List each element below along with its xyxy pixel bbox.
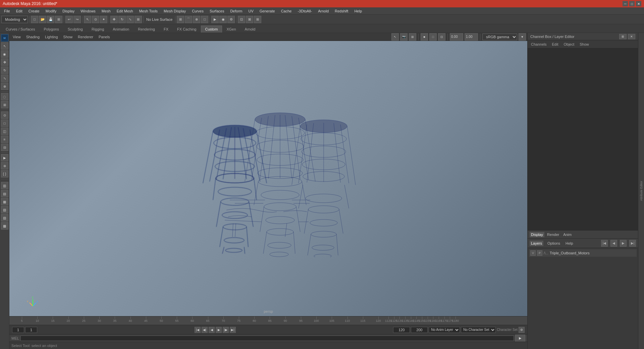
workspace-dropdown[interactable]: Modeling (1, 16, 28, 23)
cb-tab-object[interactable]: Object (562, 42, 576, 47)
no-anim-layer-select[interactable]: No Anim Layer (429, 327, 460, 333)
prev-frame-btn[interactable]: ◀| (202, 327, 208, 333)
scale-tool-btn[interactable]: ⤡ (126, 16, 134, 23)
undo-btn[interactable]: ↩ (65, 16, 73, 23)
mel-run-btn[interactable]: ▶ (515, 335, 525, 342)
close-btn[interactable]: ✕ (636, 1, 641, 6)
anim-end-input[interactable] (411, 327, 428, 333)
script-editor-btn[interactable]: { } (1, 170, 8, 178)
tool-settings-btn[interactable]: ⊙ (1, 111, 8, 119)
cb-tab-show[interactable]: Show (578, 42, 590, 47)
menu-display[interactable]: Display (60, 8, 77, 14)
menu-3dtoall[interactable]: -3DtoAll- (295, 8, 315, 14)
vp-menu-panels[interactable]: Panels (97, 34, 112, 40)
vp-menu-shading[interactable]: Shading (24, 34, 42, 40)
vp-frame-btn[interactable]: ⊞ (409, 33, 416, 41)
anim-start-input[interactable] (393, 327, 410, 333)
tab-custom[interactable]: Custom (201, 26, 222, 33)
menu-modify[interactable]: Modify (43, 8, 59, 14)
scale-btn[interactable]: ⤡ (1, 74, 8, 82)
menu-deform[interactable]: Deform (227, 8, 245, 14)
vis-mode-3[interactable]: ⊞ (254, 16, 261, 23)
play-fwd-btn[interactable]: ▶ (216, 327, 222, 333)
group4-btn[interactable]: ▧ (1, 206, 8, 213)
vp-menu-view[interactable]: View (11, 34, 23, 40)
vp-menu-lighting[interactable]: Lighting (43, 34, 60, 40)
render-view-btn[interactable]: ▶ (1, 154, 8, 161)
vp-menu-renderer[interactable]: Renderer (76, 34, 95, 40)
redo-btn[interactable]: ↪ (73, 16, 81, 23)
rotate-btn[interactable]: ↻ (1, 66, 8, 74)
vp-value1[interactable] (450, 33, 463, 41)
menu-mesh[interactable]: Mesh (99, 8, 113, 14)
new-scene-btn[interactable]: □ (31, 16, 38, 23)
menu-cache[interactable]: Cache (278, 8, 294, 14)
universal-manip-btn[interactable]: ⊕ (1, 83, 8, 90)
history-btn[interactable]: ◫ (1, 128, 8, 135)
layer-tab-options[interactable]: Options (546, 241, 561, 246)
vp-menu-show[interactable]: Show (61, 34, 75, 40)
render-settings-btn[interactable]: ⚙ (227, 16, 235, 23)
command-input[interactable] (20, 336, 514, 341)
layer-next-btn[interactable]: ▶ (620, 240, 627, 247)
layer-prev-prev-btn[interactable]: |◀ (601, 240, 608, 247)
menu-generate[interactable]: Generate (257, 8, 278, 14)
vp-colorspace-btn[interactable]: ▼ (519, 33, 526, 41)
group3-btn[interactable]: ▦ (1, 198, 8, 205)
vp-colorspace[interactable]: sRGB gamma (482, 34, 517, 40)
viewport-3d[interactable]: X Y Z persp (9, 41, 527, 316)
playback-settings-btn[interactable]: ⚙ (519, 327, 525, 333)
tab-rendering[interactable]: Rendering (133, 26, 159, 33)
snap-curve-btn[interactable]: ⌒ (185, 16, 192, 23)
tab-fx-caching[interactable]: FX Caching (173, 26, 201, 33)
tab-rigging[interactable]: Rigging (87, 26, 108, 33)
tab-arnold-tab[interactable]: Arnold (240, 26, 260, 33)
vp-value2[interactable] (465, 33, 478, 41)
timeline-ruler[interactable]: 5101520253035404550556065707580859095100… (9, 316, 527, 325)
vp-select-btn[interactable]: ↖ (391, 33, 399, 41)
transform-tool-btn[interactable]: ⊞ (135, 16, 142, 23)
tab-xgen[interactable]: XGen (222, 26, 240, 33)
cb-close-btn[interactable]: ✕ (628, 34, 635, 39)
group5-btn[interactable]: ▨ (1, 214, 8, 221)
vp-shading-3[interactable]: ⊡ (438, 33, 445, 41)
menu-uv[interactable]: UV (246, 8, 256, 14)
channels-btn[interactable]: ≡ (1, 136, 8, 143)
node-editor-btn[interactable]: ⊛ (1, 162, 8, 169)
attr-editor-btn[interactable]: ⊟ (1, 144, 8, 151)
vp-shading-2[interactable]: □ (429, 33, 437, 41)
menu-arnold[interactable]: Arnold (315, 8, 331, 14)
snap-to-grid-btn[interactable]: ⊞ (1, 101, 8, 108)
layer-render-tab[interactable]: Render (546, 232, 560, 237)
menu-mesh-tools[interactable]: Mesh Tools (137, 8, 160, 14)
group2-btn[interactable]: ▤ (1, 190, 8, 197)
tab-sculpting[interactable]: Sculpting (63, 26, 87, 33)
layer-display-tab[interactable]: Display (530, 232, 544, 237)
menu-edit-mesh[interactable]: Edit Mesh (114, 8, 136, 14)
vis-mode-2[interactable]: ⊠ (246, 16, 253, 23)
snap-point-btn[interactable]: ⊕ (193, 16, 200, 23)
go-to-start-btn[interactable]: |◀ (195, 327, 201, 333)
menu-surfaces[interactable]: Surfaces (207, 8, 227, 14)
layer-next-next-btn[interactable]: ▶| (629, 240, 636, 247)
snap-view-btn[interactable]: □ (201, 16, 208, 23)
vp-shading-1[interactable]: ■ (421, 33, 428, 41)
layer-row-0[interactable]: V P /\... Triple_Outboard_Motors (529, 249, 637, 257)
cb-tab-channels[interactable]: Channels (530, 42, 548, 47)
ipr-btn[interactable]: ◉ (219, 16, 227, 23)
tab-animation[interactable]: Animation (108, 26, 133, 33)
layer-anim-tab[interactable]: Anim (562, 232, 573, 237)
layer-tab-help[interactable]: Help (564, 241, 575, 246)
vis-mode-1[interactable]: ⊡ (238, 16, 245, 23)
vp-cam-btn[interactable]: 📷 (400, 33, 408, 41)
layer-vis-btn[interactable]: V (530, 250, 536, 256)
no-char-set-select[interactable]: No Character Set (461, 327, 496, 333)
menu-file[interactable]: File (1, 8, 13, 14)
layer-render-btn[interactable]: P (537, 250, 542, 256)
menu-windows[interactable]: Windows (78, 8, 98, 14)
layer-prev-btn[interactable]: ◀ (610, 240, 617, 247)
render-btn[interactable]: ▶ (211, 16, 219, 23)
current-frame-input[interactable] (12, 327, 24, 333)
menu-edit[interactable]: Edit (13, 8, 25, 14)
cb-expand-btn[interactable]: ⊞ (619, 34, 627, 39)
